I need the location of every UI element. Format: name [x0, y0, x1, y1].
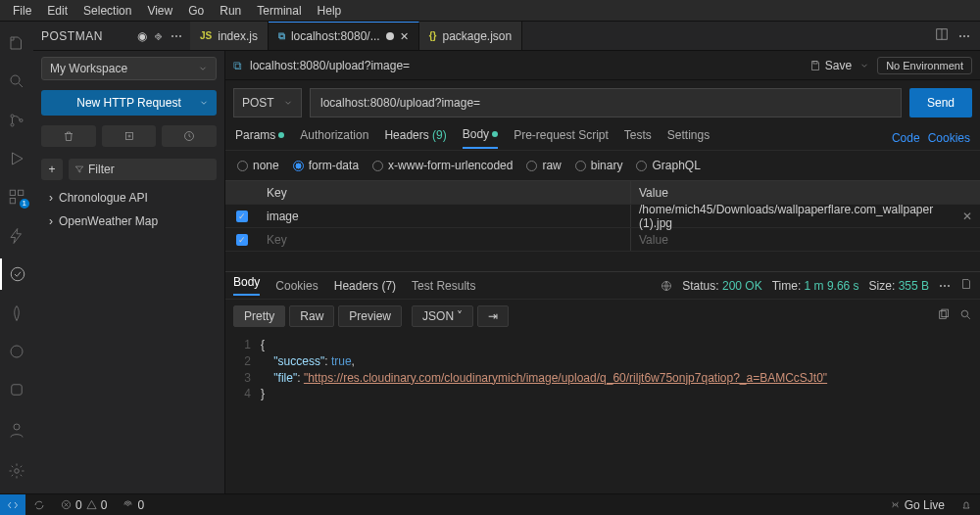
radio-raw[interactable]: raw [526, 159, 561, 172]
collection-label: OpenWeather Map [59, 214, 158, 228]
activity-debug[interactable] [0, 143, 33, 173]
tab-label: index.js [218, 29, 258, 43]
panel-title-text: POSTMAN [41, 29, 103, 43]
visibility-icon[interactable]: ◉ [137, 29, 148, 43]
code-link[interactable]: Code [892, 131, 920, 145]
cookies-link[interactable]: Cookies [928, 131, 970, 145]
activity-extensions[interactable]: 1 [0, 182, 33, 212]
tab-prerequest[interactable]: Pre-request Script [514, 128, 609, 148]
menu-selection[interactable]: Selection [76, 2, 138, 20]
tab-settings[interactable]: Settings [667, 128, 710, 148]
workspace-select[interactable]: My Workspace [41, 57, 217, 80]
request-icon: ⧉ [278, 30, 285, 42]
radio-formdata[interactable]: form-data [293, 159, 359, 172]
tab-package-json[interactable]: {} package.json [419, 22, 523, 50]
url-input[interactable]: localhost:8080/upload?image= [310, 88, 902, 117]
method-select[interactable]: POST [233, 88, 302, 117]
activity-mongo[interactable] [0, 298, 33, 328]
request-editor: ⧉ localhost:8080/upload?image= Save No E… [225, 51, 980, 493]
menu-terminal[interactable]: Terminal [250, 2, 308, 20]
tab-request[interactable]: ⧉ localhost:8080/... ✕ [269, 22, 419, 50]
more-icon[interactable]: ⋯ [171, 29, 183, 43]
svg-rect-18 [940, 311, 947, 319]
resp-tab-body[interactable]: Body [233, 275, 260, 296]
activity-search[interactable] [0, 66, 33, 96]
delete-icon[interactable] [41, 125, 96, 147]
collection-item[interactable]: › Chronologue API [33, 186, 224, 210]
close-icon[interactable]: ✕ [400, 30, 409, 43]
new-request-button[interactable]: New HTTP Request [41, 90, 217, 116]
more-actions-icon[interactable]: ⋯ [958, 29, 970, 43]
checkbox[interactable]: ✓ [236, 211, 248, 222]
activity-thunder[interactable] [0, 220, 33, 251]
send-button[interactable]: Send [909, 88, 972, 117]
menu-run[interactable]: Run [213, 2, 248, 20]
chevron-down-icon[interactable] [859, 61, 869, 70]
activity-account[interactable] [0, 413, 33, 446]
request-type-icon: ⧉ [233, 59, 242, 72]
svg-point-23 [894, 504, 896, 506]
format-select[interactable]: JSON ˅ [412, 305, 473, 327]
menu-file[interactable]: File [6, 2, 38, 20]
activity-docker[interactable] [0, 336, 33, 366]
ports[interactable]: 0 [115, 498, 152, 512]
view-raw[interactable]: Raw [289, 305, 334, 327]
save-button[interactable]: Save [809, 59, 852, 72]
activity-scm[interactable] [0, 105, 33, 135]
sync-icon[interactable] [25, 499, 53, 511]
svg-rect-5 [19, 191, 24, 196]
view-preview[interactable]: Preview [338, 305, 402, 327]
radio-urlencoded[interactable]: x-www-form-urlencoded [372, 159, 513, 172]
radio-graphql[interactable]: GraphQL [636, 159, 700, 172]
go-live[interactable]: Go Live [882, 498, 953, 512]
svg-rect-19 [942, 309, 949, 317]
activity-bar: 1 [0, 22, 33, 493]
link-icon[interactable]: ⎆ [155, 29, 163, 43]
import-icon[interactable] [102, 125, 157, 147]
activity-settings[interactable] [0, 454, 33, 488]
tab-params[interactable]: Params [235, 128, 284, 148]
menu-go[interactable]: Go [181, 2, 211, 20]
menu-help[interactable]: Help [311, 2, 349, 20]
resp-tab-headers[interactable]: Headers (7) [334, 279, 396, 293]
collection-item[interactable]: › OpenWeather Map [33, 210, 224, 233]
tab-headers[interactable]: Headers (9) [384, 128, 446, 148]
activity-postman[interactable] [0, 258, 33, 289]
menu-edit[interactable]: Edit [40, 2, 74, 20]
split-editor-icon[interactable] [935, 27, 949, 44]
resp-tab-testresults[interactable]: Test Results [412, 279, 475, 293]
checkbox[interactable]: ✓ [236, 234, 248, 246]
copy-icon[interactable] [937, 308, 950, 324]
add-button[interactable]: + [41, 159, 63, 180]
remote-button[interactable] [0, 494, 25, 515]
notifications-icon[interactable] [953, 499, 980, 511]
tab-body[interactable]: Body [463, 127, 498, 149]
radio-none[interactable]: none [237, 159, 279, 172]
wrap-icon[interactable]: ⇥ [477, 305, 509, 327]
time-badge: Time: 1 m 9.66 s [772, 279, 859, 293]
filter-input[interactable]: Filter [69, 159, 217, 180]
view-pretty[interactable]: Pretty [233, 305, 285, 327]
key-input[interactable]: image [259, 205, 631, 227]
menu-view[interactable]: View [140, 2, 179, 20]
save-response-icon[interactable] [960, 278, 972, 293]
history-icon[interactable] [162, 125, 217, 147]
tab-auth[interactable]: Authorization [300, 128, 368, 148]
problems[interactable]: 0 0 [53, 498, 115, 512]
key-input[interactable]: Key [259, 228, 631, 251]
value-input[interactable]: /home/mich45/Downloads/wallpaperflare.co… [631, 205, 980, 227]
environment-select[interactable]: No Environment [877, 57, 972, 74]
close-icon[interactable]: ✕ [962, 210, 972, 223]
activity-explorer[interactable] [0, 27, 33, 58]
tab-index-js[interactable]: JS index.js [190, 22, 269, 50]
tab-tests[interactable]: Tests [624, 128, 652, 148]
more-icon[interactable]: ⋯ [939, 279, 951, 293]
response-body[interactable]: 1{ 2 "success": true, 3 "file": "https:/… [225, 333, 980, 406]
resp-tab-cookies[interactable]: Cookies [275, 279, 318, 293]
radio-binary[interactable]: binary [575, 159, 623, 172]
svg-rect-9 [12, 385, 23, 396]
json-icon: {} [429, 30, 437, 41]
value-input[interactable]: Value [631, 228, 980, 251]
search-icon[interactable] [959, 308, 972, 324]
activity-other[interactable] [0, 375, 33, 405]
